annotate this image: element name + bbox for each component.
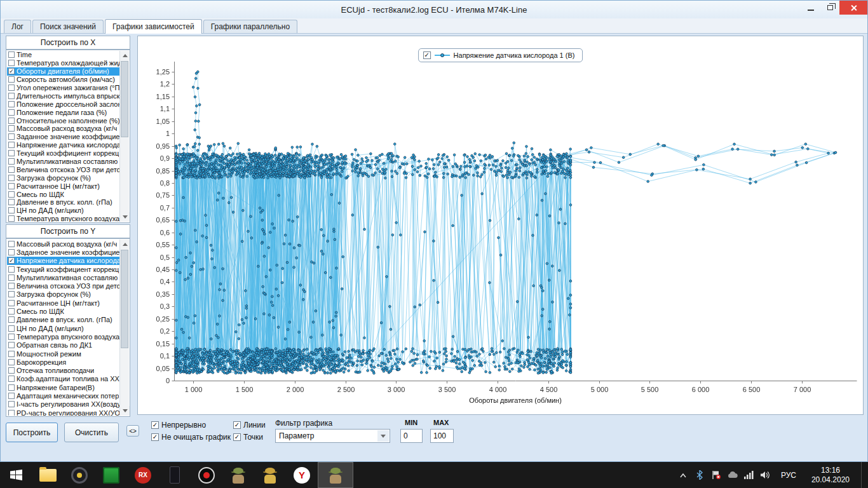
taskbar-app-dark-console-app[interactable] — [159, 462, 191, 488]
bluetooth-icon[interactable] — [695, 470, 705, 480]
param-checkbox[interactable]: ✓ — [8, 257, 15, 264]
param-list-item[interactable]: Мультипликативная составляю — [7, 158, 119, 166]
param-list-item[interactable]: Длительность импульса впрыск — [7, 92, 119, 100]
param-list-item[interactable]: Обратная связь по ДК1 — [7, 341, 119, 349]
param-checkbox[interactable] — [8, 241, 15, 247]
param-checkbox[interactable] — [8, 215, 15, 222]
param-checkbox[interactable] — [8, 207, 15, 214]
param-list-item[interactable]: Величина отскока УОЗ при дето — [7, 165, 119, 173]
tab-2[interactable]: Поиск значений — [32, 20, 104, 33]
action-flag-icon[interactable] — [711, 470, 721, 480]
param-list-item[interactable]: Напряжение батареи(В) — [7, 383, 119, 391]
param-checkbox[interactable] — [8, 359, 15, 365]
taskbar-app-screen-recorder-app[interactable] — [191, 462, 222, 488]
taskbar-app-yandex-app[interactable]: Y — [286, 462, 318, 488]
param-list-item[interactable]: Скорость автомобиля (км/час) — [7, 76, 119, 84]
param-checkbox[interactable] — [8, 85, 15, 91]
param-list-item[interactable]: Адаптация механических потер — [7, 391, 119, 400]
param-list-item[interactable]: Температура впускного воздуха — [7, 215, 119, 222]
clock[interactable]: 13:16 20.04.2020 — [806, 466, 855, 485]
param-list-item[interactable]: ЦН по ДАД (мг/цикл) — [7, 207, 119, 215]
param-list-item[interactable]: ЦН по ДАД (мг/цикл) — [7, 324, 119, 332]
y-scroll-thumb[interactable] — [121, 250, 128, 348]
x-list-scrollbar[interactable] — [119, 51, 129, 222]
param-checkbox[interactable] — [8, 76, 15, 83]
param-checkbox[interactable] — [8, 133, 15, 140]
param-list-item[interactable]: Напряжение датчика кислорода — [7, 141, 119, 149]
param-list-item[interactable]: Мощностной режим — [7, 349, 119, 358]
param-checkbox[interactable] — [8, 191, 15, 198]
param-checkbox[interactable] — [8, 325, 15, 332]
language-indicator[interactable]: РУС — [777, 471, 800, 480]
tab-3[interactable]: Графики зависимостей — [105, 19, 202, 34]
param-checkbox[interactable] — [8, 393, 15, 399]
param-checkbox[interactable] — [8, 125, 15, 132]
param-list-item[interactable]: I-часть регулирования XX(возду — [7, 400, 119, 409]
param-checkbox[interactable] — [8, 158, 15, 165]
param-list-item[interactable]: Отсечка топливоподачи — [7, 366, 119, 374]
param-checkbox[interactable] — [8, 274, 15, 281]
param-checkbox[interactable] — [8, 150, 15, 156]
taskbar-app-green-tuner-app[interactable] — [95, 462, 127, 488]
param-checkbox[interactable] — [8, 249, 15, 255]
param-list-item[interactable]: Загрузка форсунок (%) — [7, 173, 119, 182]
param-list-item[interactable]: Положение педали газа (%) — [7, 108, 119, 116]
build-button[interactable]: Построить — [6, 423, 58, 442]
param-list-item[interactable]: PD-часть регулирования XX(УО — [7, 409, 119, 416]
chevron-down-icon[interactable] — [377, 430, 389, 442]
param-checkbox[interactable] — [8, 183, 15, 189]
filter-dropdown[interactable]: Параметр — [275, 429, 390, 443]
param-list-item[interactable]: Загрузка форсунок (%) — [7, 290, 119, 299]
param-checkbox[interactable] — [8, 199, 15, 205]
tab-4[interactable]: Графики параллельно — [203, 20, 297, 33]
cloud-icon[interactable] — [728, 470, 738, 480]
param-checkbox[interactable] — [8, 342, 15, 348]
param-list-item[interactable]: Массовый расход воздуха (кг/ч — [7, 240, 119, 248]
param-checkbox[interactable] — [8, 291, 15, 297]
param-checkbox[interactable] — [8, 142, 15, 148]
param-list-item[interactable]: Текущий коэффициент коррекц — [7, 149, 119, 158]
param-checkbox[interactable] — [8, 401, 15, 407]
param-list-item[interactable]: Температура охлаждающей жид — [7, 59, 119, 67]
param-checkbox[interactable] — [8, 93, 15, 99]
close-button[interactable] — [839, 1, 867, 15]
restore-button[interactable] — [820, 1, 839, 15]
taskbar-app-steering-wheel-app[interactable] — [64, 462, 95, 488]
param-checkbox[interactable]: ✓ — [8, 68, 15, 74]
param-list-item[interactable]: Расчитанное ЦН (мг/такт) — [7, 182, 119, 190]
param-list-item[interactable]: ✓Напряжение датчика кислорода — [7, 257, 119, 265]
scroll-up-icon[interactable] — [120, 51, 130, 60]
param-list-item[interactable]: Барокоррекция — [7, 358, 119, 366]
taskbar-app-rx-app[interactable]: RX — [127, 462, 159, 488]
clear-button[interactable]: Очистить — [64, 423, 119, 442]
param-checkbox[interactable] — [8, 308, 15, 315]
param-list-item[interactable]: Относительное наполнение (%) — [7, 116, 119, 125]
volume-icon[interactable] — [761, 470, 771, 480]
points-checkbox[interactable]: ✓ — [233, 433, 241, 441]
show-desktop-button[interactable] — [861, 462, 865, 488]
param-checkbox[interactable] — [8, 118, 15, 124]
param-list-item[interactable]: Текущий коэффициент коррекц — [7, 265, 119, 273]
tab-1[interactable]: Лог — [4, 20, 31, 33]
hidden-icons-chevron-icon[interactable] — [678, 470, 688, 480]
param-list-item[interactable]: Заданное значение коэффициен — [7, 133, 119, 141]
param-checkbox[interactable] — [8, 410, 15, 416]
param-checkbox[interactable] — [8, 300, 15, 306]
no-clear-checkbox[interactable]: ✓ — [151, 433, 159, 441]
param-list-item[interactable]: Time — [7, 51, 119, 59]
param-list-item[interactable]: Положение дроссельной заслон — [7, 100, 119, 108]
param-checkbox[interactable] — [8, 334, 15, 340]
legend-checkbox[interactable]: ✓ — [423, 51, 431, 59]
param-list-item[interactable]: Угол опережения зажигания (°П — [7, 84, 119, 92]
max-input[interactable] — [430, 429, 454, 443]
lines-checkbox[interactable]: ✓ — [233, 421, 241, 429]
param-checkbox[interactable] — [8, 351, 15, 357]
taskbar-app-figurine-app-1[interactable] — [222, 462, 254, 488]
param-list-item[interactable]: Давление в впуск. колл. (гПа) — [7, 316, 119, 324]
param-list-item[interactable]: ✓Обороты двигателя (об/мин) — [7, 67, 119, 76]
param-checkbox[interactable] — [8, 316, 15, 323]
taskbar-app-file-explorer[interactable] — [32, 462, 64, 488]
param-list-item[interactable]: Расчитанное ЦН (мг/такт) — [7, 299, 119, 307]
param-checkbox[interactable] — [8, 109, 15, 116]
param-list-item[interactable]: Величина отскока УОЗ при дето — [7, 281, 119, 290]
